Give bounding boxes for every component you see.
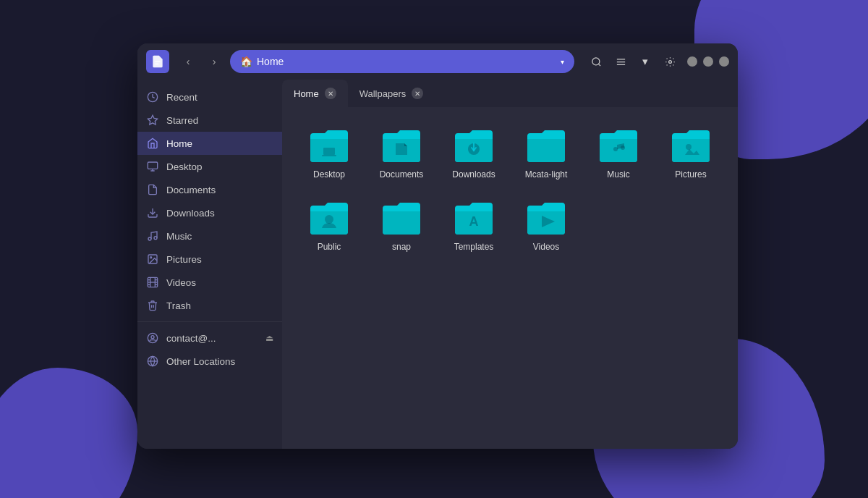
sidebar-pictures-label: Pictures bbox=[166, 254, 273, 265]
folder-icon-documents bbox=[380, 127, 423, 165]
file-name-desktop: Desktop bbox=[313, 169, 345, 181]
svg-point-15 bbox=[150, 257, 152, 258]
trash-icon bbox=[146, 299, 159, 312]
file-name-videos: Videos bbox=[533, 242, 559, 253]
forward-button[interactable]: › bbox=[204, 51, 224, 72]
svg-text:A: A bbox=[469, 214, 479, 229]
svg-point-0 bbox=[592, 57, 599, 64]
tab-wallpapers[interactable]: Wallpapers ✕ bbox=[348, 80, 435, 107]
folder-icon-videos bbox=[524, 200, 568, 237]
file-item-downloads[interactable]: Downloads bbox=[441, 122, 506, 187]
svg-point-32 bbox=[613, 147, 618, 151]
sidebar-item-downloads[interactable]: Downloads bbox=[137, 201, 282, 224]
svg-rect-29 bbox=[322, 155, 336, 156]
downloads-icon bbox=[146, 206, 159, 219]
toolbar-right: ▾ bbox=[586, 51, 729, 72]
sidebar-item-other-locations[interactable]: Other Locations bbox=[137, 350, 282, 373]
file-item-pictures[interactable]: Pictures bbox=[658, 122, 723, 187]
file-item-music[interactable]: Music bbox=[586, 122, 651, 187]
sidebar-divider bbox=[137, 321, 282, 322]
file-item-mcata-light[interactable]: Mcata-light bbox=[514, 122, 579, 187]
svg-point-5 bbox=[668, 60, 671, 63]
tab-wallpapers-label: Wallpapers bbox=[359, 88, 407, 99]
settings-button[interactable] bbox=[660, 51, 680, 72]
file-name-documents: Documents bbox=[380, 169, 424, 181]
sidebar-item-desktop[interactable]: Desktop bbox=[137, 155, 282, 178]
tabs-bar: Home ✕ Wallpapers ✕ bbox=[282, 80, 738, 107]
address-text: Home bbox=[257, 56, 284, 67]
file-item-public[interactable]: Public bbox=[297, 194, 362, 259]
titlebar: ‹ › 🏠 Home ▾ ▾ bbox=[137, 43, 738, 80]
list-icon bbox=[616, 56, 626, 67]
sidebar-trash-label: Trash bbox=[166, 300, 273, 311]
sidebar-starred-label: Starred bbox=[166, 115, 273, 126]
sidebar-home-label: Home bbox=[166, 138, 273, 149]
address-dropdown-icon: ▾ bbox=[561, 58, 564, 66]
search-icon bbox=[591, 56, 602, 67]
maximize-button[interactable] bbox=[703, 56, 713, 67]
svg-rect-8 bbox=[148, 162, 157, 169]
account-icon bbox=[146, 332, 159, 345]
view-options-button[interactable]: ▾ bbox=[635, 51, 655, 72]
file-name-downloads: Downloads bbox=[452, 169, 495, 181]
back-button[interactable]: ‹ bbox=[178, 51, 198, 72]
tab-home[interactable]: Home ✕ bbox=[282, 80, 348, 107]
tab-wallpapers-close[interactable]: ✕ bbox=[412, 88, 423, 99]
desktop-icon bbox=[146, 160, 159, 173]
sidebar-other-label: Other Locations bbox=[166, 356, 273, 367]
sidebar-item-starred[interactable]: Starred bbox=[137, 109, 282, 132]
sidebar-item-pictures[interactable]: Pictures bbox=[137, 248, 282, 271]
file-manager-window: ‹ › 🏠 Home ▾ ▾ bbox=[137, 43, 738, 449]
sidebar-item-recent[interactable]: Recent bbox=[137, 85, 282, 109]
content-area: Home ✕ Wallpapers ✕ bbox=[282, 80, 738, 449]
file-item-videos[interactable]: Videos bbox=[514, 194, 579, 259]
videos-icon bbox=[146, 276, 159, 289]
file-item-snap[interactable]: snap bbox=[369, 194, 434, 259]
search-button[interactable] bbox=[586, 51, 606, 72]
documents-icon bbox=[146, 183, 159, 196]
list-view-button[interactable] bbox=[610, 51, 631, 72]
svg-point-35 bbox=[325, 215, 333, 224]
folder-icon-templates: A bbox=[452, 200, 495, 237]
folder-icon-snap bbox=[380, 200, 423, 237]
sidebar-item-documents[interactable]: Documents bbox=[137, 178, 282, 201]
close-button[interactable] bbox=[719, 56, 729, 67]
svg-point-33 bbox=[621, 145, 625, 150]
pictures-icon bbox=[146, 253, 159, 266]
music-icon bbox=[146, 229, 159, 242]
file-name-mcata-light: Mcata-light bbox=[525, 169, 568, 181]
svg-line-1 bbox=[598, 64, 600, 66]
sidebar-item-home[interactable]: Home bbox=[137, 132, 282, 155]
sidebar-account-label: contact@... bbox=[166, 333, 258, 344]
file-name-templates: Templates bbox=[454, 242, 494, 253]
logo-icon bbox=[150, 54, 165, 69]
gear-icon bbox=[665, 56, 676, 67]
recent-icon bbox=[146, 90, 159, 104]
sidebar: Recent Starred Home bbox=[137, 80, 282, 449]
file-item-documents[interactable]: Documents bbox=[369, 122, 434, 187]
sidebar-item-account[interactable]: contact@... ⏏ bbox=[137, 326, 282, 350]
home-sidebar-icon bbox=[146, 137, 159, 150]
file-name-snap: snap bbox=[392, 242, 411, 253]
file-item-templates[interactable]: A Templates bbox=[441, 194, 506, 259]
tab-home-label: Home bbox=[294, 88, 319, 99]
sidebar-videos-label: Videos bbox=[166, 277, 273, 288]
svg-rect-28 bbox=[323, 148, 335, 155]
app-logo[interactable] bbox=[146, 50, 169, 73]
sidebar-item-videos[interactable]: Videos bbox=[137, 271, 282, 294]
window-controls bbox=[687, 56, 729, 67]
sidebar-item-trash[interactable]: Trash bbox=[137, 294, 282, 317]
sidebar-recent-label: Recent bbox=[166, 92, 273, 103]
minimize-button[interactable] bbox=[687, 56, 697, 67]
folder-icon-public bbox=[307, 200, 351, 237]
sidebar-desktop-label: Desktop bbox=[166, 161, 273, 172]
svg-point-12 bbox=[148, 237, 151, 240]
sidebar-item-music[interactable]: Music bbox=[137, 224, 282, 248]
address-bar[interactable]: 🏠 Home ▾ bbox=[230, 50, 574, 73]
home-icon: 🏠 bbox=[240, 56, 252, 67]
tab-home-close[interactable]: ✕ bbox=[325, 88, 336, 99]
file-item-desktop[interactable]: Desktop bbox=[297, 122, 362, 187]
sidebar-account-extra: ⏏ bbox=[265, 333, 273, 343]
folder-icon-music bbox=[597, 127, 640, 165]
folder-icon-desktop bbox=[307, 127, 351, 165]
